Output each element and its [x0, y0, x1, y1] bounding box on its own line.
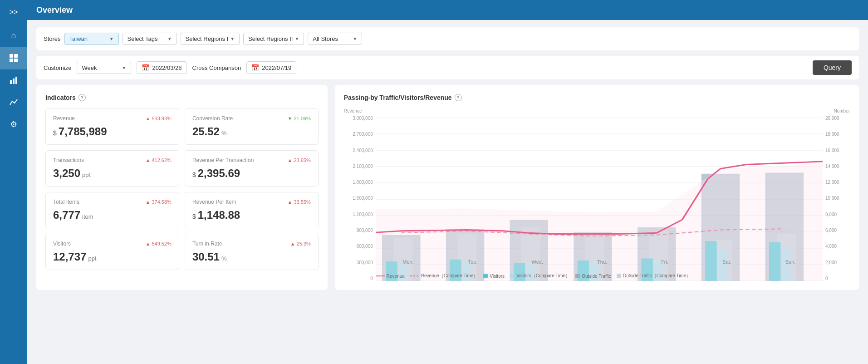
indicator-card: Conversion Rate ▼ 21.06% 25.52 % [185, 108, 319, 145]
regions2-select[interactable]: Select Regions II ▼ [243, 33, 304, 45]
indicator-header: Total Items ▲ 374.58% [53, 199, 172, 205]
indicator-change: ▲ 533.83% [146, 116, 172, 121]
svg-rect-2 [10, 59, 13, 62]
indicator-card: Revenue Per Transaction ▲ 23.65% $ 2,395… [185, 150, 319, 187]
indicator-suffix: item [82, 213, 93, 220]
date2-input[interactable]: 📅 2022/07/19 [246, 61, 296, 74]
indicator-name: Total Items [53, 199, 79, 205]
y-left-label: 600,000 [357, 244, 373, 249]
sidebar-item-home[interactable]: ⌂ [0, 25, 27, 47]
indicator-header: Turn in Rate ▲ 25.3% [192, 241, 311, 247]
indicator-number: 25.52 [192, 125, 220, 138]
y-left-label: 2,100,000 [353, 164, 373, 169]
indicator-change: ▲ 33.55% [288, 199, 311, 205]
period-select[interactable]: Week ▼ [77, 62, 131, 74]
indicator-number: 7,785,989 [59, 125, 107, 138]
y-left-label: 900,000 [357, 228, 373, 233]
indicator-header: Visitors ▲ 549.52% [53, 241, 172, 247]
chart-area: Revenue Number 3,000,0002,700,0002,400,0… [344, 108, 850, 281]
chart-title: Passing-by Traffic/Visitors/Revenue ? [344, 94, 850, 101]
legend-visitors-box [483, 274, 488, 278]
indicator-card: Turn in Rate ▲ 25.3% 30.51 % [185, 234, 319, 270]
indicator-change: ▲ 25.3% [290, 241, 311, 246]
chevron-down-icon: ▼ [294, 36, 299, 41]
indicator-value: 25.52 % [192, 125, 311, 138]
svg-rect-0 [10, 54, 13, 58]
indicators-grid: Revenue ▲ 533.83% $ 7,785,989 Conversion… [45, 108, 319, 270]
indicator-change: ▲ 374.58% [146, 199, 172, 205]
indicator-value: 30.51 % [192, 251, 311, 263]
y-right-label: 10,000 [825, 196, 839, 201]
indicators-help-icon[interactable]: ? [78, 94, 86, 101]
store-select[interactable]: Taiwan ▼ [64, 33, 119, 45]
calendar-icon: 📅 [251, 64, 259, 71]
indicator-value: $ 7,785,989 [53, 125, 172, 138]
filter-bar: Stores Taiwan ▼ Select Tags ▼ Select Reg… [36, 27, 859, 50]
y-right-label: 20,000 [825, 116, 839, 121]
tags-select[interactable]: Select Tags ▼ [123, 33, 177, 45]
indicators-title: Indicators ? [45, 94, 319, 101]
date1-input[interactable]: 📅 2022/03/28 [137, 61, 186, 74]
chevron-down-icon: ▼ [109, 36, 114, 41]
indicator-name: Turn in Rate [192, 241, 222, 247]
indicator-prefix: $ [192, 213, 196, 220]
y-right-label: 16,000 [825, 148, 839, 153]
indicator-card: Revenue Per Item ▲ 33.55% $ 1,148.88 [185, 192, 319, 228]
indicator-name: Revenue [53, 115, 75, 122]
indicator-change: ▲ 549.52% [146, 241, 172, 246]
y-right-label: 12,000 [825, 180, 839, 185]
x-label-fri: Fri. [661, 259, 668, 265]
indicator-change: ▲ 23.65% [288, 157, 311, 163]
legend-outside-traffic: Outside Traffic [575, 274, 611, 279]
indicator-number: 30.51 [192, 251, 220, 263]
legend-revenue-dashed [410, 275, 419, 276]
sidebar-item-settings[interactable]: ⚙ [0, 113, 27, 136]
indicator-prefix: $ [53, 129, 57, 137]
y-left-label: 2,700,000 [353, 132, 373, 137]
all-stores-select[interactable]: All Stores ▼ [308, 33, 362, 45]
x-label-tue: Tue. [468, 259, 478, 265]
indicator-number: 1,148.88 [198, 209, 240, 221]
sidebar-item-bar[interactable] [0, 91, 27, 113]
y-left-label: 0 [370, 276, 373, 281]
indicator-number: 2,395.69 [198, 167, 240, 180]
regions1-select[interactable]: Select Regions I ▼ [181, 33, 240, 45]
chart-help-icon[interactable]: ? [455, 94, 462, 101]
legend-outside-compare-box [617, 274, 621, 278]
indicator-header: Revenue ▲ 533.83% [53, 115, 172, 122]
indicator-number: 12,737 [53, 251, 86, 263]
query-button[interactable]: Query [813, 60, 852, 75]
indicator-number: 3,250 [53, 167, 80, 180]
chevron-down-icon: ▼ [122, 65, 127, 70]
sidebar-item-dashboard[interactable] [0, 47, 27, 69]
stores-label: Stores [44, 35, 61, 42]
x-label-wed: Wed. [532, 259, 543, 265]
chart-panel: Passing-by Traffic/Visitors/Revenue ? Re… [335, 85, 859, 290]
indicator-header: Revenue Per Transaction ▲ 23.65% [192, 157, 311, 163]
indicator-name: Visitors [53, 241, 71, 247]
x-label-sun: Sun. [785, 259, 796, 265]
x-label-thu: Thu. [597, 259, 607, 265]
main-content: Overview Stores Taiwan ▼ Select Tags ▼ S… [27, 0, 868, 364]
calendar-icon: 📅 [142, 64, 149, 71]
x-label-sat: Sat. [722, 259, 731, 265]
svg-rect-6 [15, 77, 17, 84]
indicator-suffix: % [221, 130, 227, 137]
indicator-name: Transactions [53, 157, 84, 163]
chevron-down-icon: ▼ [230, 36, 235, 41]
y-right-label: 2,000 [825, 260, 837, 265]
dashboard-grid: Indicators ? Revenue ▲ 533.83% $ 7,785,9… [36, 85, 859, 290]
svg-rect-4 [10, 80, 12, 84]
sidebar-toggle[interactable]: >> [6, 5, 22, 20]
indicator-change: ▲ 412.62% [146, 157, 172, 163]
indicator-number: 6,777 [53, 209, 80, 221]
indicator-card: Revenue ▲ 533.83% $ 7,785,989 [45, 108, 179, 145]
indicator-name: Revenue Per Transaction [192, 157, 254, 163]
legend-visitors: Visitors [483, 274, 505, 279]
y-right-label: 8,000 [825, 212, 837, 217]
indicator-value: 12,737 ppl. [53, 251, 172, 263]
indicator-suffix: ppl. [88, 255, 98, 262]
sidebar-item-chart[interactable] [0, 69, 27, 91]
chart-svg [376, 118, 823, 281]
x-axis: Mon. Tue. Wed. Thu. Fri. Sat. Sun. [376, 259, 823, 265]
